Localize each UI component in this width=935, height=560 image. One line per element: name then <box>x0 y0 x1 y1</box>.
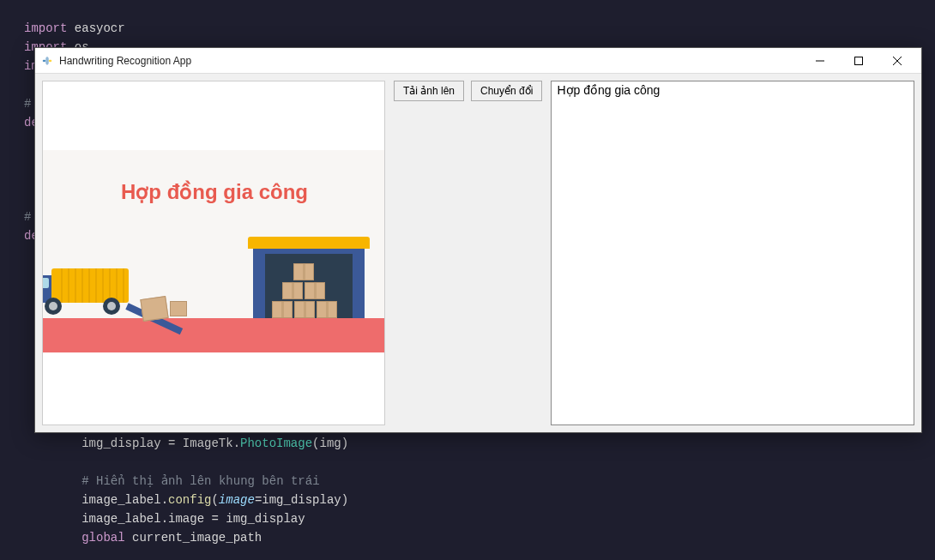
warehouse-box <box>272 301 293 318</box>
app-icon <box>40 54 54 68</box>
warehouse-box <box>293 263 314 280</box>
image-heading: Hợp đồng gia công <box>121 180 308 204</box>
truck-wheel <box>45 298 62 315</box>
svg-rect-1 <box>854 57 862 64</box>
close-button[interactable] <box>878 49 916 73</box>
minimize-icon <box>816 57 824 65</box>
titlebar[interactable]: Handwriting Recognition App <box>35 48 921 74</box>
upload-button[interactable]: Tải ảnh lên <box>394 81 464 101</box>
box-on-ramp <box>170 301 187 316</box>
warehouse-box <box>305 282 325 299</box>
maximize-icon <box>854 57 863 65</box>
result-text: Hợp đồng gia công <box>557 83 660 97</box>
box-on-ramp <box>140 296 168 322</box>
minimize-button[interactable] <box>800 49 839 73</box>
image-ground <box>43 318 385 352</box>
truck-wheel <box>103 298 120 315</box>
button-panel: Tải ảnh lên Chuyển đổi <box>394 81 542 425</box>
warehouse-roof <box>248 237 370 249</box>
warehouse-box <box>317 301 337 318</box>
image-panel: Hợp đồng gia công <box>42 81 385 425</box>
app-window: Handwriting Recognition App Hợp đồng gia… <box>34 47 922 433</box>
warehouse-box <box>282 282 303 299</box>
uploaded-image: Hợp đồng gia công <box>43 150 385 352</box>
truck-window <box>42 278 49 288</box>
warehouse-illustration <box>253 237 365 318</box>
titlebar-controls <box>800 49 916 73</box>
maximize-button[interactable] <box>839 49 878 73</box>
convert-button[interactable]: Chuyển đổi <box>471 81 542 101</box>
window-title: Handwriting Recognition App <box>59 55 800 67</box>
result-text-panel[interactable]: Hợp đồng gia công <box>551 81 914 425</box>
warehouse-door <box>265 254 353 318</box>
app-body: Hợp đồng gia công <box>35 74 921 432</box>
warehouse-box <box>294 301 315 318</box>
warehouse-body <box>253 249 365 318</box>
close-icon <box>893 57 902 65</box>
editor-gutter <box>0 0 24 560</box>
